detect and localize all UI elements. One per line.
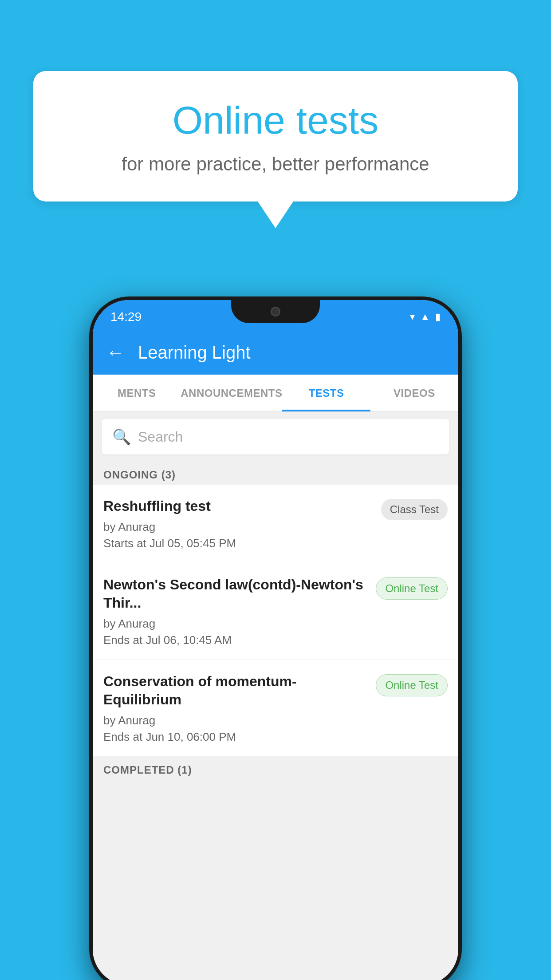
speech-bubble-container: Online tests for more practice, better p… (33, 71, 518, 228)
tab-videos[interactable]: VIDEOS (370, 375, 458, 411)
app-title: Learning Light (138, 343, 251, 363)
tab-ments-label: MENTS (118, 387, 156, 399)
test-info-2: Newton's Second law(contd)-Newton's Thir… (103, 576, 369, 647)
test-list: Reshuffling test by Anurag Starts at Jul… (93, 485, 458, 757)
test-name-1: Reshuffling test (103, 497, 374, 516)
completed-section-header: COMPLETED (1) (93, 757, 458, 780)
test-name-2: Newton's Second law(contd)-Newton's Thir… (103, 576, 369, 612)
test-item-2[interactable]: Newton's Second law(contd)-Newton's Thir… (93, 563, 458, 660)
content-area: 🔍 Search ONGOING (3) Reshuffling test by… (93, 412, 458, 980)
phone-frame: 14:29 ▾ ▲ ▮ ← Learning Light MENTS ANNOU… (89, 296, 462, 980)
ongoing-section-header: ONGOING (3) (93, 462, 458, 485)
search-placeholder: Search (138, 429, 183, 445)
test-author-2: by Anurag (103, 617, 369, 631)
speech-bubble: Online tests for more practice, better p… (33, 71, 518, 202)
test-item-1[interactable]: Reshuffling test by Anurag Starts at Jul… (93, 485, 458, 563)
tab-tests[interactable]: TESTS (282, 375, 370, 411)
battery-icon: ▮ (435, 311, 441, 323)
test-badge-3: Online Test (376, 674, 448, 696)
test-item-3[interactable]: Conservation of momentum-Equilibrium by … (93, 660, 458, 757)
test-date-2: Ends at Jul 06, 10:45 AM (103, 633, 369, 647)
test-author-1: by Anurag (103, 520, 374, 534)
test-date-3: Ends at Jun 10, 06:00 PM (103, 730, 369, 744)
test-info-1: Reshuffling test by Anurag Starts at Jul… (103, 497, 374, 550)
tab-ments[interactable]: MENTS (93, 375, 181, 411)
app-bar: ← Learning Light (93, 330, 458, 375)
tab-bar: MENTS ANNOUNCEMENTS TESTS VIDEOS (93, 375, 458, 412)
test-date-1: Starts at Jul 05, 05:45 PM (103, 537, 374, 550)
tab-videos-label: VIDEOS (394, 387, 435, 399)
test-info-3: Conservation of momentum-Equilibrium by … (103, 672, 369, 744)
signal-icon: ▲ (420, 311, 430, 323)
phone-inner: 14:29 ▾ ▲ ▮ ← Learning Light MENTS ANNOU… (93, 300, 458, 980)
test-author-3: by Anurag (103, 714, 369, 727)
test-badge-1: Class Test (381, 499, 448, 520)
tab-tests-label: TESTS (309, 387, 344, 399)
back-button[interactable]: ← (106, 342, 125, 363)
speech-bubble-title: Online tests (69, 98, 482, 143)
tab-announcements[interactable]: ANNOUNCEMENTS (181, 375, 282, 411)
status-time: 14:29 (110, 306, 142, 324)
speech-bubble-arrow (258, 202, 293, 228)
test-name-3: Conservation of momentum-Equilibrium (103, 672, 369, 709)
camera (271, 307, 280, 316)
wifi-icon: ▾ (410, 311, 415, 323)
search-icon: 🔍 (112, 428, 131, 446)
speech-bubble-subtitle: for more practice, better performance (69, 154, 482, 175)
tab-announcements-label: ANNOUNCEMENTS (181, 387, 282, 399)
status-icons: ▾ ▲ ▮ (410, 308, 441, 323)
search-bar[interactable]: 🔍 Search (102, 419, 449, 454)
phone-notch (231, 300, 320, 323)
test-badge-2: Online Test (376, 577, 448, 600)
